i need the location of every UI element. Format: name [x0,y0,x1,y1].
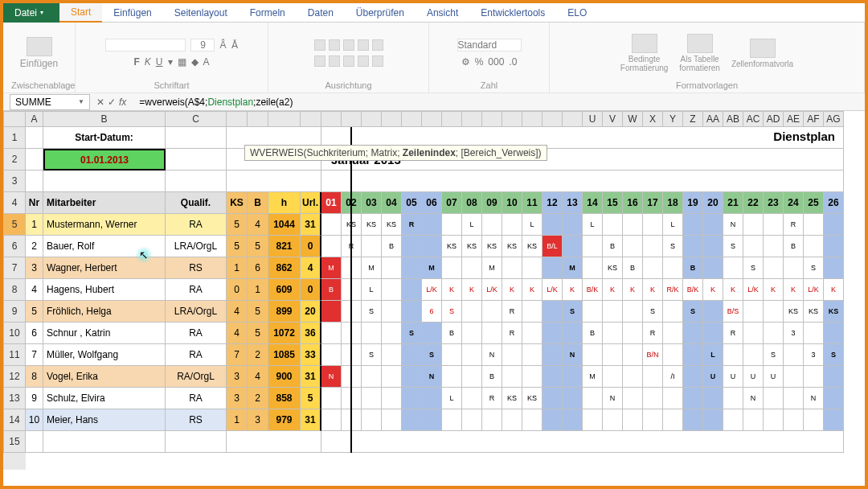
cell[interactable]: 13 [563,192,583,214]
cell[interactable]: 5 [26,301,43,323]
cell[interactable] [402,388,422,409]
cell[interactable]: K [603,279,623,301]
cell[interactable]: 4 [227,323,248,344]
cell[interactable]: 5 [227,236,248,257]
cell[interactable]: 20 [703,192,723,214]
cell[interactable]: K [703,279,723,301]
cell[interactable]: KS [442,236,462,257]
row-header[interactable]: 13 [3,388,26,409]
cell[interactable]: N [482,344,502,366]
tab-layout[interactable]: Seitenlayout [163,3,239,23]
cell[interactable]: U [723,366,743,388]
cell[interactable]: L [362,279,382,301]
cell[interactable]: 821 [268,236,301,257]
cell[interactable] [321,301,342,323]
cell[interactable]: LRA/OrgL [166,301,227,323]
cell[interactable]: 10 [502,192,522,214]
cell[interactable] [603,323,623,344]
cell[interactable] [663,409,683,431]
cell[interactable] [26,431,43,453]
cell[interactable] [824,409,844,431]
cell[interactable] [703,301,723,323]
cell[interactable]: S [683,301,703,323]
col-header[interactable] [502,111,522,127]
cell[interactable] [442,344,462,366]
cell[interactable]: K [522,279,542,301]
cell[interactable] [764,323,784,344]
cell[interactable] [683,344,703,366]
cell[interactable]: S [442,301,462,323]
cell[interactable] [402,301,422,323]
cell[interactable]: B [482,366,502,388]
cell[interactable]: Url. [301,192,321,214]
cell[interactable]: K [824,279,844,301]
cell[interactable]: 08 [462,192,482,214]
cell[interactable]: 10 [26,409,43,431]
cell[interactable]: K [502,279,522,301]
cell[interactable] [462,409,482,431]
cell[interactable] [26,171,43,192]
cell[interactable] [663,323,683,344]
col-header[interactable] [542,111,563,127]
font-size[interactable] [190,39,215,51]
cell[interactable] [583,257,603,279]
cell[interactable] [603,301,623,323]
cell[interactable] [623,366,643,388]
cell[interactable] [542,366,563,388]
cell[interactable] [603,214,623,236]
cell[interactable]: 14 [583,192,603,214]
cell[interactable] [321,388,342,409]
col-header[interactable] [301,111,321,127]
cell[interactable]: R [482,388,502,409]
col-header[interactable] [248,111,268,127]
cell[interactable]: B [623,257,643,279]
row-header[interactable]: 15 [3,431,26,453]
cell[interactable]: 1044 [268,214,301,236]
cell[interactable]: Vogel, Erika [43,366,166,388]
cell[interactable] [462,301,482,323]
cell[interactable] [784,388,804,409]
cell[interactable] [824,366,844,388]
cell[interactable] [502,257,522,279]
cell[interactable] [683,214,703,236]
cell[interactable] [643,257,663,279]
cell[interactable] [522,323,542,344]
select-all-corner[interactable] [3,111,26,127]
cell[interactable]: U [764,366,784,388]
cell[interactable]: U [703,366,723,388]
cell[interactable]: L [442,388,462,409]
row-header[interactable]: 7 [3,257,26,279]
cell[interactable]: 609 [268,279,301,301]
row-header[interactable]: 1 [3,127,26,149]
font-name[interactable] [105,39,186,51]
currency-icon[interactable]: ⚙ [461,56,470,68]
cell[interactable]: KS [804,301,824,323]
cell[interactable] [382,409,402,431]
cell[interactable] [824,214,844,236]
cell[interactable]: K [643,279,663,301]
cell[interactable] [583,236,603,257]
cell[interactable] [482,409,502,431]
cell[interactable] [26,149,43,171]
cell[interactable]: B [603,236,623,257]
cell[interactable]: 1 [227,409,248,431]
cell[interactable] [382,388,402,409]
cell[interactable]: S [804,257,824,279]
row-header[interactable]: 3 [3,171,26,192]
cell[interactable] [703,409,723,431]
row-header[interactable]: 10 [3,323,26,344]
cell[interactable]: 23 [764,192,784,214]
cell-styles-button[interactable]: Zellenformatvorla [731,39,793,68]
cell[interactable] [362,236,382,257]
cell[interactable]: L [583,214,603,236]
cell[interactable] [784,366,804,388]
cell[interactable] [422,236,442,257]
cell[interactable] [623,214,643,236]
cell[interactable]: B/N [643,344,663,366]
cell[interactable] [583,344,603,366]
name-box[interactable]: SUMME▼ [10,94,90,110]
cell[interactable] [764,236,784,257]
cell[interactable] [522,301,542,323]
cell[interactable]: 0 [301,236,321,257]
cell[interactable] [462,366,482,388]
